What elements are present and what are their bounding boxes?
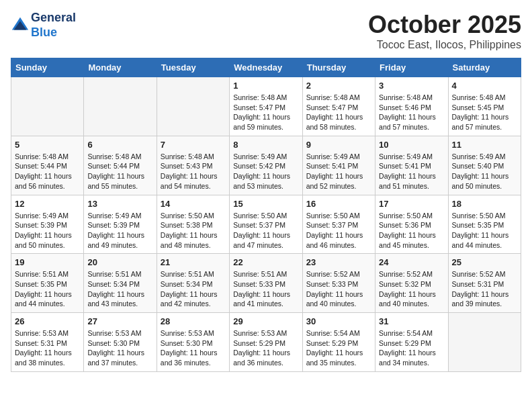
calendar-cell: 27Sunrise: 5:53 AMSunset: 5:30 PMDayligh… [84, 313, 157, 372]
calendar-cell: 25Sunrise: 5:52 AMSunset: 5:31 PMDayligh… [448, 254, 521, 313]
calendar-cell: 9Sunrise: 5:49 AMSunset: 5:41 PMDaylight… [302, 136, 375, 195]
day-info: Sunrise: 5:52 AMSunset: 5:33 PMDaylight:… [306, 269, 371, 309]
calendar-header-row: SundayMondayTuesdayWednesdayThursdayFrid… [11, 58, 521, 77]
day-info: Sunrise: 5:50 AMSunset: 5:37 PMDaylight:… [233, 211, 298, 250]
day-info: Sunrise: 5:51 AMSunset: 5:34 PMDaylight:… [161, 269, 226, 309]
calendar-body: 1Sunrise: 5:48 AMSunset: 5:47 PMDaylight… [11, 77, 521, 372]
day-number: 19 [15, 257, 80, 267]
day-info: Sunrise: 5:49 AMSunset: 5:41 PMDaylight:… [379, 152, 444, 191]
day-number: 25 [452, 257, 517, 267]
calendar-week-3: 19Sunrise: 5:51 AMSunset: 5:35 PMDayligh… [11, 254, 521, 313]
day-number: 18 [452, 199, 517, 209]
day-info: Sunrise: 5:50 AMSunset: 5:36 PMDaylight:… [379, 211, 444, 250]
calendar-cell: 17Sunrise: 5:50 AMSunset: 5:36 PMDayligh… [375, 195, 448, 254]
day-number: 14 [161, 199, 226, 209]
day-number: 22 [233, 257, 298, 267]
day-number: 8 [233, 140, 298, 150]
day-number: 24 [379, 257, 444, 267]
day-info: Sunrise: 5:52 AMSunset: 5:32 PMDaylight:… [379, 269, 444, 309]
day-info: Sunrise: 5:49 AMSunset: 5:39 PMDaylight:… [87, 211, 152, 250]
day-info: Sunrise: 5:53 AMSunset: 5:29 PMDaylight:… [233, 328, 298, 368]
day-number: 29 [233, 316, 298, 326]
day-info: Sunrise: 5:48 AMSunset: 5:43 PMDaylight:… [161, 152, 226, 191]
calendar-week-1: 5Sunrise: 5:48 AMSunset: 5:44 PMDaylight… [11, 136, 521, 195]
month-title: October 2025 [368, 11, 521, 39]
day-number: 13 [87, 199, 152, 209]
day-info: Sunrise: 5:48 AMSunset: 5:46 PMDaylight:… [379, 93, 444, 132]
calendar-cell: 12Sunrise: 5:49 AMSunset: 5:39 PMDayligh… [11, 195, 84, 254]
calendar-cell: 13Sunrise: 5:49 AMSunset: 5:39 PMDayligh… [84, 195, 157, 254]
day-number: 16 [306, 199, 371, 209]
calendar-cell [84, 77, 157, 136]
day-number: 21 [161, 257, 226, 267]
day-number: 9 [306, 140, 371, 150]
day-info: Sunrise: 5:48 AMSunset: 5:44 PMDaylight:… [87, 152, 152, 191]
calendar-cell: 21Sunrise: 5:51 AMSunset: 5:34 PMDayligh… [157, 254, 229, 313]
day-number: 17 [379, 199, 444, 209]
calendar-cell: 28Sunrise: 5:53 AMSunset: 5:30 PMDayligh… [157, 313, 229, 372]
calendar-cell: 26Sunrise: 5:53 AMSunset: 5:31 PMDayligh… [11, 313, 84, 372]
day-header-thursday: Thursday [302, 58, 375, 77]
calendar-cell [157, 77, 229, 136]
calendar-week-4: 26Sunrise: 5:53 AMSunset: 5:31 PMDayligh… [11, 313, 521, 372]
calendar-cell: 14Sunrise: 5:50 AMSunset: 5:38 PMDayligh… [157, 195, 229, 254]
calendar-cell: 3Sunrise: 5:48 AMSunset: 5:46 PMDaylight… [375, 77, 448, 136]
logo: General Blue [11, 11, 76, 40]
calendar-cell: 10Sunrise: 5:49 AMSunset: 5:41 PMDayligh… [375, 136, 448, 195]
day-number: 15 [233, 199, 298, 209]
day-info: Sunrise: 5:53 AMSunset: 5:31 PMDaylight:… [15, 328, 80, 368]
day-header-sunday: Sunday [11, 58, 84, 77]
calendar-cell: 7Sunrise: 5:48 AMSunset: 5:43 PMDaylight… [157, 136, 229, 195]
day-info: Sunrise: 5:53 AMSunset: 5:30 PMDaylight:… [87, 328, 152, 368]
calendar-cell: 18Sunrise: 5:50 AMSunset: 5:35 PMDayligh… [448, 195, 521, 254]
calendar-cell: 22Sunrise: 5:51 AMSunset: 5:33 PMDayligh… [230, 254, 302, 313]
day-info: Sunrise: 5:48 AMSunset: 5:47 PMDaylight:… [306, 93, 371, 132]
location-title: Tococ East, Ilocos, Philippines [368, 39, 521, 51]
day-info: Sunrise: 5:48 AMSunset: 5:44 PMDaylight:… [15, 152, 80, 191]
day-header-friday: Friday [375, 58, 448, 77]
calendar-cell: 4Sunrise: 5:48 AMSunset: 5:45 PMDaylight… [448, 77, 521, 136]
calendar-table: SundayMondayTuesdayWednesdayThursdayFrid… [11, 58, 521, 372]
calendar-cell: 5Sunrise: 5:48 AMSunset: 5:44 PMDaylight… [11, 136, 84, 195]
day-number: 12 [15, 199, 80, 209]
day-number: 30 [306, 316, 371, 326]
page-header: General Blue October 2025 Tococ East, Il… [11, 11, 521, 51]
day-number: 4 [452, 81, 517, 91]
day-info: Sunrise: 5:49 AMSunset: 5:40 PMDaylight:… [452, 152, 517, 191]
day-info: Sunrise: 5:49 AMSunset: 5:42 PMDaylight:… [233, 152, 298, 191]
day-number: 3 [379, 81, 444, 91]
calendar-cell: 6Sunrise: 5:48 AMSunset: 5:44 PMDaylight… [84, 136, 157, 195]
calendar-cell: 2Sunrise: 5:48 AMSunset: 5:47 PMDaylight… [302, 77, 375, 136]
day-number: 7 [161, 140, 226, 150]
calendar-cell: 24Sunrise: 5:52 AMSunset: 5:32 PMDayligh… [375, 254, 448, 313]
calendar-week-2: 12Sunrise: 5:49 AMSunset: 5:39 PMDayligh… [11, 195, 521, 254]
day-header-saturday: Saturday [448, 58, 521, 77]
logo-icon [11, 16, 30, 35]
day-info: Sunrise: 5:48 AMSunset: 5:45 PMDaylight:… [452, 93, 517, 132]
day-number: 2 [306, 81, 371, 91]
day-info: Sunrise: 5:51 AMSunset: 5:34 PMDaylight:… [87, 269, 152, 309]
day-number: 20 [87, 257, 152, 267]
calendar-cell: 20Sunrise: 5:51 AMSunset: 5:34 PMDayligh… [84, 254, 157, 313]
calendar-cell: 15Sunrise: 5:50 AMSunset: 5:37 PMDayligh… [230, 195, 302, 254]
day-number: 26 [15, 316, 80, 326]
day-number: 28 [161, 316, 226, 326]
calendar-cell: 11Sunrise: 5:49 AMSunset: 5:40 PMDayligh… [448, 136, 521, 195]
day-info: Sunrise: 5:50 AMSunset: 5:37 PMDaylight:… [306, 211, 371, 250]
calendar-cell: 1Sunrise: 5:48 AMSunset: 5:47 PMDaylight… [230, 77, 302, 136]
logo-text-blue: Blue [31, 26, 76, 40]
title-block: October 2025 Tococ East, Ilocos, Philipp… [368, 11, 521, 51]
day-number: 10 [379, 140, 444, 150]
day-number: 1 [233, 81, 298, 91]
day-number: 5 [15, 140, 80, 150]
calendar-cell: 8Sunrise: 5:49 AMSunset: 5:42 PMDaylight… [230, 136, 302, 195]
day-info: Sunrise: 5:53 AMSunset: 5:30 PMDaylight:… [161, 328, 226, 368]
calendar-cell [448, 313, 521, 372]
calendar-cell: 23Sunrise: 5:52 AMSunset: 5:33 PMDayligh… [302, 254, 375, 313]
day-info: Sunrise: 5:54 AMSunset: 5:29 PMDaylight:… [379, 328, 444, 368]
day-number: 6 [87, 140, 152, 150]
calendar-cell: 30Sunrise: 5:54 AMSunset: 5:29 PMDayligh… [302, 313, 375, 372]
day-info: Sunrise: 5:52 AMSunset: 5:31 PMDaylight:… [452, 269, 517, 309]
day-header-monday: Monday [84, 58, 157, 77]
calendar-cell: 31Sunrise: 5:54 AMSunset: 5:29 PMDayligh… [375, 313, 448, 372]
